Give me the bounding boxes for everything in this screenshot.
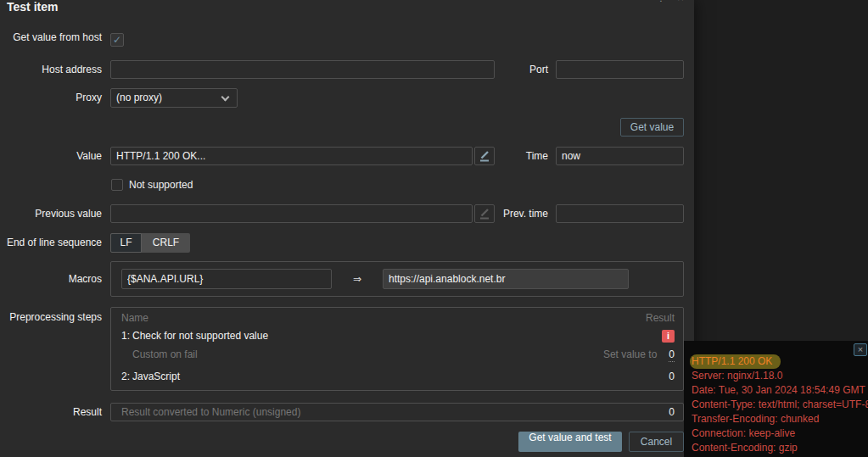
chevron-down-icon [221, 93, 230, 102]
set-value-to-value[interactable]: 0 [669, 348, 675, 362]
header-line: Content-Type: text/html; charset=UTF-8 [692, 398, 868, 412]
port-input[interactable] [556, 60, 684, 79]
step2-name: JavaScript [132, 371, 180, 382]
page-title: Test item [7, 0, 58, 14]
result-field[interactable]: Result converted to Numeric (unsigned) 0 [110, 403, 684, 421]
value-input[interactable] [110, 147, 473, 165]
proxy-label: Proxy [0, 88, 102, 108]
preprocessing-steps-label: Preprocessing steps [0, 311, 102, 323]
http-status-line: HTTP/1.1 200 OK [692, 354, 868, 369]
header-line: Connection: keep-alive [692, 426, 868, 441]
previous-value-input[interactable] [110, 204, 473, 223]
get-value-from-host-checkbox[interactable]: ✓ [110, 33, 124, 47]
custom-on-fail-label: Custom on fail [132, 348, 198, 360]
previous-value-label: Previous value [0, 204, 102, 223]
macros-label: Macros [0, 269, 102, 289]
help-icon[interactable]: ? [653, 0, 669, 6]
host-address-input[interactable] [110, 60, 495, 79]
eol-toggle: LF CRLF [110, 233, 190, 253]
macro-name-input[interactable] [121, 269, 332, 289]
eol-option-crlf[interactable]: CRLF [142, 233, 190, 253]
time-label: Time [441, 147, 548, 165]
not-supported-label: Not supported [129, 178, 193, 192]
value-tooltip: × HTTP/1.1 200 OK Server: nginx/1.18.0 D… [684, 341, 868, 457]
step2-number: 2: [121, 371, 130, 382]
header-line: Server: nginx/1.18.0 [692, 369, 868, 383]
screen: Test item ? × Get value from host ✓ Host… [0, 0, 868, 457]
step1-name: Check for not supported value [132, 330, 268, 342]
result-placeholder: Result converted to Numeric (unsigned) [121, 404, 300, 421]
get-value-button[interactable]: Get value [620, 118, 684, 137]
close-icon[interactable]: × [673, 0, 688, 6]
http-response-headers: HTTP/1.1 200 OK Server: nginx/1.18.0 Dat… [692, 354, 868, 455]
proxy-select[interactable]: (no proxy) [110, 88, 238, 108]
test-item-dialog: Test item ? × Get value from host ✓ Host… [0, 0, 694, 457]
column-header-name: Name [121, 312, 148, 324]
step1-number: 1: [121, 330, 130, 342]
error-icon[interactable]: i [662, 330, 675, 343]
macros-section: ⇒ [110, 261, 684, 297]
result-label: Result [0, 403, 102, 421]
step2-result: 0 [669, 371, 675, 382]
check-icon: ✓ [113, 34, 121, 46]
http-status-highlight: HTTP/1.1 200 OK [690, 354, 781, 369]
port-label: Port [441, 60, 548, 79]
prev-time-input[interactable] [556, 204, 684, 223]
column-header-result: Result [646, 312, 675, 324]
macro-value-input[interactable] [383, 269, 629, 289]
eol-option-lf[interactable]: LF [110, 233, 142, 253]
step1-fail-result: Set value to 0 [603, 348, 675, 362]
header-line: Content-Encoding: gzip [692, 441, 868, 455]
header-line: Date: Tue, 30 Jan 2024 18:54:49 GMT [692, 383, 868, 398]
proxy-selected-value: (no proxy) [116, 92, 162, 103]
get-value-from-host-label: Get value from host [0, 31, 102, 44]
value-label: Value [0, 147, 102, 165]
not-supported-checkbox[interactable] [111, 179, 123, 191]
eol-label: End of line sequence [0, 233, 102, 253]
set-value-to-label: Set value to [603, 348, 657, 360]
time-input[interactable] [556, 147, 684, 165]
double-arrow-icon: ⇒ [342, 269, 372, 289]
preprocessing-panel: Name Result 1: Check for not supported v… [110, 307, 684, 391]
prev-time-label: Prev. time [441, 204, 548, 223]
host-address-label: Host address [0, 60, 102, 79]
cancel-button[interactable]: Cancel [629, 432, 684, 452]
result-value: 0 [669, 404, 675, 421]
get-value-and-test-button[interactable]: Get value and test [518, 432, 622, 452]
header-line: Transfer-Encoding: chunked [692, 412, 868, 426]
